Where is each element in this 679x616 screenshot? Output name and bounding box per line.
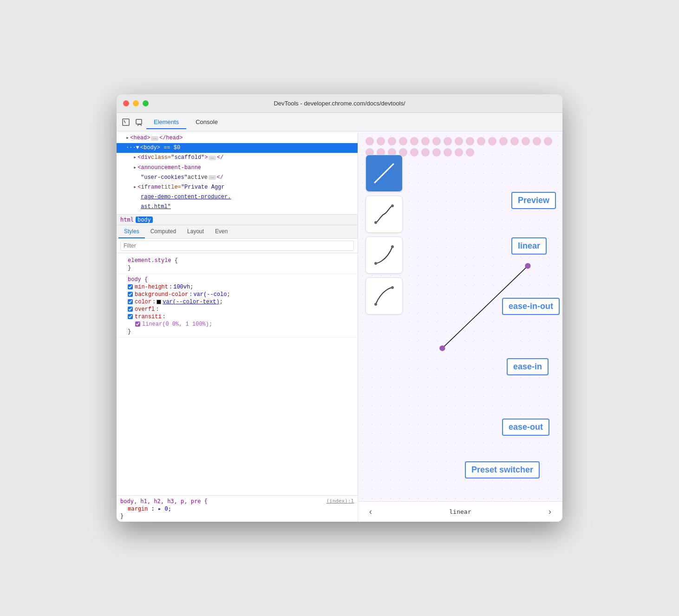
styles-panel: Styles Computed Layout Even element.styl… xyxy=(117,225,358,496)
dom-line-cookies: "user-cookies" active ··· </ xyxy=(117,173,358,183)
dom-line-div: ▸ <div class= "scaffold" > ··· </ xyxy=(117,153,358,163)
source-ref[interactable]: (index):1 xyxy=(326,498,354,504)
svg-point-9 xyxy=(374,303,377,306)
devtools-main: ▸ <head> ··· </head> ··· ▼ <body> == $0 … xyxy=(117,131,562,522)
preview-nav: ‹ linear › xyxy=(358,501,562,522)
dot-pill xyxy=(444,137,452,145)
label-ease-out: ease-out xyxy=(502,419,549,436)
dot-pill xyxy=(466,137,474,145)
dom-line-body[interactable]: ··· ▼ <body> == $0 xyxy=(117,143,358,153)
breadcrumb-html[interactable]: html xyxy=(120,216,134,223)
bottom-rules: body, h1, h2, h3, p, pre { (index):1 mar… xyxy=(117,495,358,522)
panel-left: ▸ <head> ··· </head> ··· ▼ <body> == $0 … xyxy=(117,131,358,522)
dom-line-url: rage-demo-content-producer. xyxy=(117,192,358,202)
maximize-button[interactable] xyxy=(143,100,149,106)
nav-next-button[interactable]: › xyxy=(545,505,555,518)
label-linear: linear xyxy=(511,237,547,255)
dom-line-announcement: ▸ <announcement-banne xyxy=(117,163,358,173)
expand-arrow[interactable]: ▸ xyxy=(126,134,129,143)
label-preview: Preview xyxy=(511,192,556,209)
css-selector: element.style { xyxy=(128,257,178,264)
expand-dots[interactable]: ··· xyxy=(209,175,216,180)
svg-point-8 xyxy=(391,245,394,248)
breadcrumb-body[interactable]: body xyxy=(136,216,153,223)
dot-pill xyxy=(499,137,508,145)
dom-tree: ▸ <head> ··· </head> ··· ▼ <body> == $0 … xyxy=(117,131,358,215)
dot-pill xyxy=(388,137,396,145)
nav-prev-button[interactable]: ‹ xyxy=(366,505,376,518)
filter-bar xyxy=(117,239,358,253)
svg-point-14 xyxy=(439,346,445,351)
dot-pill xyxy=(477,137,485,145)
nav-current-label: linear xyxy=(450,508,471,515)
title-bar: DevTools - developer.chrome.com/docs/dev… xyxy=(117,94,562,113)
dom-line-html: ast.html" xyxy=(117,202,358,212)
prop-checkbox-bg[interactable] xyxy=(128,292,133,297)
dom-line-iframe: ▸ <iframe title= "Private Aggr xyxy=(117,183,358,192)
preset-card-ease-out[interactable] xyxy=(366,277,403,315)
css-selector-body: body { xyxy=(128,276,148,283)
preset-card-ease-in-out[interactable] xyxy=(366,196,403,233)
svg-rect-3 xyxy=(138,125,141,126)
tab-console[interactable]: Console xyxy=(188,116,225,129)
devtools-panel: Elements Console ▸ <head> ··· </head> ··… xyxy=(117,113,562,522)
dot-pill xyxy=(544,137,552,145)
expand-dots[interactable]: ··· xyxy=(209,156,216,160)
prop-checkbox-min-height[interactable] xyxy=(128,284,133,289)
color-swatch[interactable] xyxy=(157,300,161,304)
dot-pill xyxy=(455,137,463,145)
dot-pill xyxy=(366,137,374,145)
preset-card-linear[interactable] xyxy=(366,155,403,192)
label-ease-in: ease-in xyxy=(507,358,548,375)
css-rules: element.style { } body { xyxy=(117,253,358,496)
tab-layout[interactable]: Layout xyxy=(182,225,209,238)
devtools-window: DevTools - developer.chrome.com/docs/dev… xyxy=(117,94,562,522)
minimize-button[interactable] xyxy=(133,100,139,106)
preset-cards xyxy=(366,155,403,315)
tab-computed[interactable]: Computed xyxy=(145,225,182,238)
bottom-prop: margin xyxy=(128,505,148,512)
bottom-selector: body, h1, h2, h3, p, pre { xyxy=(120,498,208,505)
filter-input[interactable] xyxy=(120,241,354,251)
label-ease-in-out: ease-in-out xyxy=(502,298,560,315)
dot-pill xyxy=(533,137,541,145)
prop-checkbox-linear[interactable] xyxy=(135,321,140,327)
svg-rect-0 xyxy=(123,119,129,125)
svg-point-6 xyxy=(391,204,394,207)
close-button[interactable] xyxy=(123,100,129,106)
preview-area: Preview linear ease-in-out ease-in ease-… xyxy=(358,131,562,501)
dot-pill xyxy=(421,137,430,145)
tab-event[interactable]: Even xyxy=(209,225,233,238)
preset-card-ease-in[interactable] xyxy=(366,236,403,274)
svg-line-1 xyxy=(124,120,125,123)
label-preset-switcher: Preset switcher xyxy=(465,461,540,478)
dot-pill xyxy=(432,137,441,145)
dot-pill xyxy=(399,137,407,145)
device-icon[interactable] xyxy=(133,117,144,128)
dot-pill xyxy=(488,137,496,145)
panel-right: Preview linear ease-in-out ease-in ease-… xyxy=(358,131,562,522)
window-title: DevTools - developer.chrome.com/docs/dev… xyxy=(274,100,405,107)
svg-point-10 xyxy=(391,286,394,289)
prop-checkbox-overflow[interactable] xyxy=(128,307,133,312)
expand-dots[interactable]: ··· xyxy=(151,136,158,141)
svg-point-5 xyxy=(374,221,377,224)
dom-line-head: ▸ <head> ··· </head> xyxy=(117,133,358,143)
svg-rect-2 xyxy=(136,119,142,124)
inspect-icon[interactable] xyxy=(120,117,131,128)
css-rule-element-style: element.style { } xyxy=(117,255,358,274)
svg-point-15 xyxy=(525,263,530,269)
css-rule-body: body { min-height : 100vh ; xyxy=(117,274,358,338)
tab-styles[interactable]: Styles xyxy=(118,225,145,238)
dot-pill xyxy=(510,137,519,145)
dot-pill xyxy=(410,137,418,145)
tab-elements[interactable]: Elements xyxy=(146,116,186,129)
svg-line-4 xyxy=(375,164,393,183)
prop-checkbox-transition[interactable] xyxy=(128,314,133,319)
devtools-toolbar: Elements Console xyxy=(117,113,562,131)
bottom-value: ▸ 0; xyxy=(158,505,171,512)
prop-checkbox-color[interactable] xyxy=(128,299,133,304)
svg-point-7 xyxy=(374,262,377,265)
dot-pill xyxy=(377,137,385,145)
breadcrumb: html body xyxy=(117,215,358,225)
